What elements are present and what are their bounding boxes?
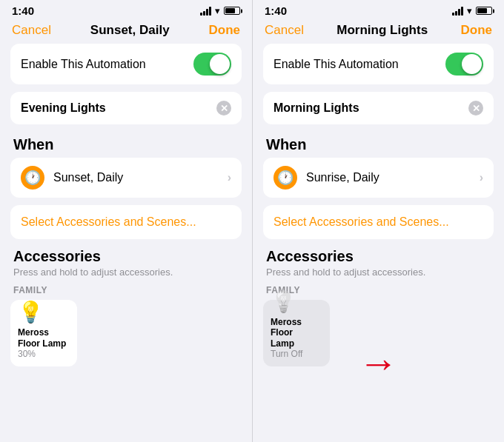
- scene-remove-right[interactable]: ✕: [468, 101, 483, 115]
- select-text-right: Select Accessories and Scenes...: [273, 215, 449, 228]
- scene-name-right: Morning Lights: [273, 101, 359, 115]
- toggle-knob-left: [210, 54, 230, 74]
- lamp-name-left: Meross Floor Lamp: [18, 327, 70, 349]
- accessories-sub-right: Press and hold to adjust accessories.: [263, 267, 494, 282]
- when-header-left: When: [10, 132, 242, 158]
- family-label-left: FAMILY: [10, 282, 242, 300]
- when-trigger-right: Sunrise, Daily: [306, 171, 480, 184]
- lamp-status-left: 30%: [18, 349, 70, 359]
- when-header-right: When: [263, 132, 494, 158]
- signal-icon-left: [200, 7, 211, 16]
- scene-remove-left[interactable]: ✕: [216, 101, 231, 115]
- done-button-left[interactable]: Done: [209, 23, 241, 38]
- lamp-icon-right: 💡: [271, 289, 322, 314]
- accessory-tile-left[interactable]: 💡 Meross Floor Lamp 30%: [10, 300, 77, 366]
- toggle-switch-right[interactable]: [445, 53, 483, 76]
- when-card-right: 🕐 Sunrise, Daily ›: [263, 158, 494, 198]
- nav-title-left: Sunset, Daily: [90, 23, 170, 38]
- clock-icon-left: 🕐: [21, 166, 44, 190]
- right-panel: → 1:40 ▾ Cancel Morning Lights Done Enab: [252, 0, 504, 442]
- accessories-sub-left: Press and hold to adjust accessories.: [10, 267, 242, 282]
- arrow-overlay: →: [359, 343, 399, 383]
- cancel-button-left[interactable]: Cancel: [12, 23, 51, 38]
- accessories-title-left: Accessories: [10, 247, 242, 267]
- toggle-row-left: Enable This Automation: [21, 53, 231, 76]
- scene-card-left: Evening Lights ✕: [10, 92, 242, 124]
- accessory-grid-left: 💡 Meross Floor Lamp 30%: [10, 300, 242, 366]
- signal-icon-right: [452, 7, 463, 16]
- status-icons-left: ▾: [200, 5, 240, 16]
- lamp-icon-left: 💡: [18, 300, 70, 324]
- toggle-switch-left[interactable]: [193, 53, 231, 76]
- nav-title-right: Morning Lights: [336, 23, 428, 38]
- accessory-tile-right[interactable]: 💡 Meross Floor Lamp Turn Off: [263, 300, 330, 366]
- content-left: Enable This Automation Evening Lights ✕ …: [0, 44, 252, 442]
- chevron-icon-left: ›: [228, 171, 231, 184]
- enable-toggle-card-right: Enable This Automation: [263, 44, 494, 84]
- toggle-row-right: Enable This Automation: [273, 53, 483, 76]
- when-trigger-left: Sunset, Daily: [53, 171, 228, 184]
- status-time-right: 1:40: [265, 4, 287, 17]
- enable-label-right: Enable This Automation: [273, 58, 399, 71]
- lamp-status-right: Turn Off: [271, 349, 322, 359]
- chevron-icon-right: ›: [480, 171, 483, 184]
- when-row-left[interactable]: 🕐 Sunset, Daily ›: [10, 158, 242, 198]
- when-card-left: 🕐 Sunset, Daily ›: [10, 158, 242, 198]
- enable-label-left: Enable This Automation: [21, 58, 146, 71]
- accessories-title-right: Accessories: [263, 247, 494, 267]
- toggle-knob-right: [462, 54, 482, 74]
- select-text-left: Select Accessories and Scenes...: [21, 215, 196, 228]
- direction-arrow: →: [359, 343, 399, 383]
- status-icons-right: ▾: [452, 5, 492, 16]
- wifi-icon-left: ▾: [215, 5, 220, 16]
- battery-icon-right: [476, 7, 492, 15]
- scene-row-right: Morning Lights ✕: [273, 101, 483, 115]
- scene-card-right: Morning Lights ✕: [263, 92, 494, 124]
- left-panel: 1:40 ▾ Cancel Sunset, Daily Done Enable …: [0, 0, 252, 442]
- clock-icon-right: 🕐: [273, 166, 297, 190]
- enable-toggle-card-left: Enable This Automation: [10, 44, 242, 84]
- select-card-right[interactable]: Select Accessories and Scenes...: [263, 205, 494, 239]
- wifi-icon-right: ▾: [467, 5, 472, 16]
- done-button-right[interactable]: Done: [461, 23, 493, 38]
- lamp-name-right: Meross Floor Lamp: [271, 317, 322, 349]
- status-time-left: 1:40: [12, 4, 34, 17]
- nav-bar-left: Cancel Sunset, Daily Done: [0, 20, 252, 44]
- scene-row-left: Evening Lights ✕: [21, 101, 231, 115]
- scene-name-left: Evening Lights: [21, 101, 106, 115]
- cancel-button-right[interactable]: Cancel: [265, 23, 304, 38]
- battery-icon-left: [224, 7, 240, 15]
- status-bar-left: 1:40 ▾: [0, 0, 252, 20]
- select-card-left[interactable]: Select Accessories and Scenes...: [10, 205, 242, 239]
- status-bar-right: 1:40 ▾: [253, 0, 504, 20]
- nav-bar-right: Cancel Morning Lights Done: [253, 20, 504, 44]
- when-row-right[interactable]: 🕐 Sunrise, Daily ›: [263, 158, 494, 198]
